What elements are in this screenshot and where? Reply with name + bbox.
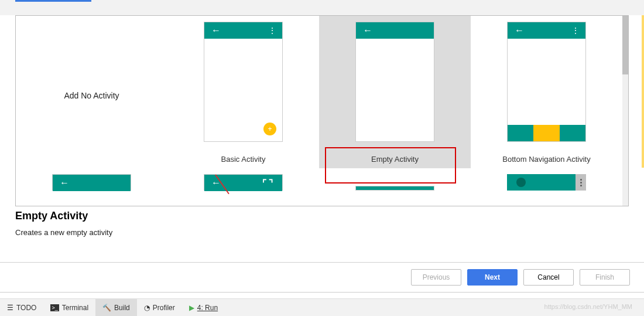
overflow-icon: [576, 174, 586, 191]
fab-icon: +: [263, 123, 276, 135]
overflow-icon: ⋮: [268, 26, 275, 35]
top-bar: [0, 0, 644, 15]
status-profiler[interactable]: ◔ Profiler: [137, 299, 182, 316]
template-row2-3[interactable]: [319, 168, 471, 206]
status-terminal[interactable]: >_ Terminal: [43, 299, 95, 316]
scrollbar-thumb[interactable]: [622, 16, 628, 74]
status-build[interactable]: 🔨 Build: [95, 299, 137, 316]
bottom-nav-preview: [508, 125, 585, 141]
finish-button: Finish: [580, 269, 630, 286]
status-bar: ☰ TODO >_ Terminal 🔨 Build ◔ Profiler ▶ …: [0, 298, 644, 316]
status-run[interactable]: ▶ 4: Run: [182, 299, 225, 316]
template-basic-activity[interactable]: ← ⋮ + Basic Activity: [167, 16, 319, 168]
selected-description: Creates a new empty activity: [15, 228, 629, 237]
previous-button: Previous: [411, 269, 461, 286]
arrow-back-icon: ←: [60, 178, 69, 188]
phone-thumbnail: ←: [355, 22, 434, 142]
yellow-accent-stripe: [642, 15, 644, 168]
selected-title: Empty Activity: [15, 210, 629, 222]
arrow-back-icon: ←: [515, 25, 524, 36]
template-label: Add No Activity: [64, 23, 119, 168]
circle-icon: [516, 178, 526, 187]
template-gallery: Add No Activity ← ⋮ + Basic Activity: [15, 15, 629, 206]
fullscreen-icon: ⌜⌝: [262, 178, 275, 189]
status-todo[interactable]: ☰ TODO: [0, 299, 43, 316]
arrow-back-icon: ←: [211, 25, 221, 36]
overflow-icon: ⋮: [571, 26, 578, 35]
template-row2-1[interactable]: ←: [16, 168, 167, 206]
description-area: Empty Activity Creates a new empty activ…: [15, 210, 629, 237]
watermark: https://blog.csdn.net/YHM_MM: [544, 303, 632, 310]
template-bottom-navigation[interactable]: ← ⋮ Bottom Navigation Activity: [471, 16, 622, 168]
scrollbar[interactable]: [622, 16, 628, 206]
template-empty-activity[interactable]: ← Empty Activity: [319, 16, 471, 168]
play-icon: ▶: [189, 304, 194, 312]
template-row2-4[interactable]: [471, 168, 622, 206]
wizard-button-bar: Previous Next Cancel Finish: [0, 262, 644, 291]
next-button[interactable]: Next: [467, 269, 518, 286]
template-row2-2[interactable]: ← ⌜⌝: [167, 168, 319, 206]
terminal-icon: >_: [50, 304, 59, 311]
arrow-back-icon: ←: [363, 25, 372, 36]
gauge-icon: ◔: [144, 304, 150, 312]
phone-thumbnail: ← ⋮: [507, 22, 586, 142]
phone-thumbnail: ← ⋮ +: [204, 22, 283, 142]
list-icon: ☰: [7, 304, 13, 312]
template-add-no-activity[interactable]: Add No Activity: [16, 16, 167, 168]
template-label: Empty Activity: [319, 150, 471, 168]
cancel-button[interactable]: Cancel: [523, 269, 574, 286]
template-label: Basic Activity: [167, 150, 319, 168]
hammer-icon: 🔨: [102, 304, 111, 312]
divider: [0, 292, 644, 293]
template-label: Bottom Navigation Activity: [471, 150, 622, 168]
progress-indicator: [15, 0, 91, 2]
